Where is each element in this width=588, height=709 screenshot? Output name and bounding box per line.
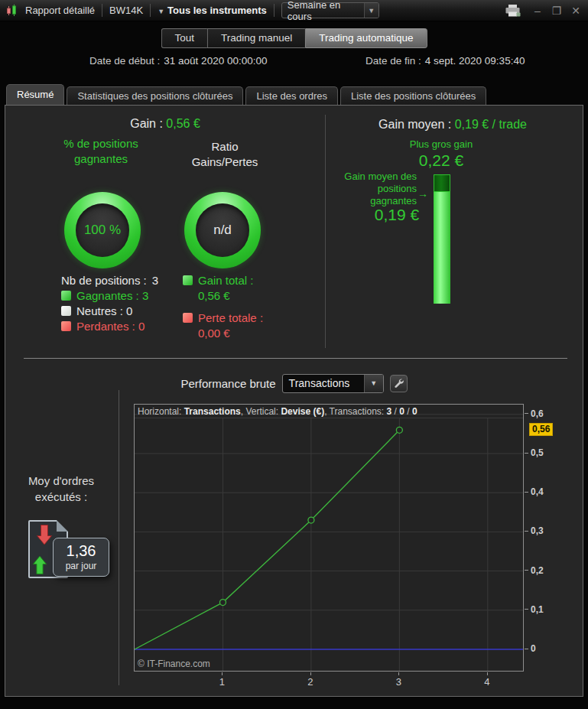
red-swatch-icon: [61, 321, 71, 331]
avg-gain-value: 0,19 € / trade: [455, 118, 527, 131]
x-tick-mark: [487, 672, 488, 675]
report-window: Rapport détaillé BW14K ▼Tous les instrum…: [0, 0, 588, 709]
window-title: Rapport détaillé: [25, 5, 95, 16]
period-select-value: Semaine en cours: [288, 0, 364, 22]
instrument-code: BW14K: [109, 5, 143, 16]
date-end-label: Date de fin :: [365, 55, 421, 67]
tab-resume[interactable]: Résumé: [6, 84, 64, 105]
y-tick-label: 0: [525, 643, 536, 654]
performance-chart-plot: [135, 405, 523, 671]
date-end-value: 4 sept. 2020 09:35:40: [425, 55, 525, 67]
filter-button-tout[interactable]: Tout: [161, 28, 207, 48]
chevron-down-icon: ▼: [158, 8, 164, 15]
tab-liste-des-ordres[interactable]: Liste des ordres: [245, 86, 338, 105]
page-fold-icon: [57, 520, 68, 532]
performance-header: Performance brute Transactions ▼: [5, 373, 583, 393]
minimize-button[interactable]: –: [531, 0, 544, 21]
neutral-positions-row: Neutres : 0: [61, 303, 158, 318]
chart-header: Horizontal: Transactions, Vertical: Devi…: [135, 405, 523, 418]
title-bar: Rapport détaillé BW14K ▼Tous les instrum…: [0, 0, 588, 21]
gain-value: 0,56 €: [166, 117, 200, 130]
red-down-arrow-icon: [35, 524, 54, 545]
x-tick-mark: [222, 672, 223, 675]
date-start-value: 31 août 2020 00:00:00: [164, 55, 267, 67]
titlebar-divider: [102, 4, 102, 17]
positions-stats: Nb de positions : 3 Gagnantes : 3 Neutre…: [61, 272, 158, 333]
y-tick-label: 0,5: [525, 447, 544, 458]
x-tick-label: 3: [396, 676, 401, 688]
biggest-gain-value: 0,22 €: [365, 151, 518, 170]
x-tick-label: 2: [307, 676, 313, 688]
winning-positions-row: Gagnantes : 3: [61, 288, 158, 303]
orders-avg-value: 1,36: [55, 542, 107, 560]
y-tick-label: 0,4: [525, 486, 544, 497]
avg-gain-label: Gain moyen :: [378, 118, 451, 131]
horizontal-divider: [24, 358, 567, 359]
equity-line: [135, 430, 399, 649]
date-start-label: Date de début :: [89, 55, 160, 67]
period-select[interactable]: Semaine en cours ▼: [281, 2, 379, 18]
green-swatch-icon: [183, 275, 193, 285]
total-loss-row: Perte totale : 0,00 €: [183, 311, 290, 341]
performance-title: Performance brute: [180, 377, 275, 390]
date-start: Date de début :31 août 2020 00:00:00: [89, 55, 267, 67]
biggest-gain-label: Plus gros gain: [365, 138, 518, 150]
x-tick-label: 1: [219, 676, 225, 688]
avg-gain-heading: Gain moyen : 0,19 € / trade: [326, 118, 579, 132]
losing-positions-row: Perdantes : 0: [61, 318, 158, 333]
positions-count-value: 3: [152, 274, 158, 287]
report-tabs: Résumé Statistiques des positions clôtur…: [6, 84, 486, 105]
gain-label: Gain :: [130, 117, 163, 130]
gain-heading: Gain : 0,56 €: [5, 117, 325, 131]
gain-loss-ratio-gauge: n/d: [184, 192, 261, 268]
chart-x-axis: 1234: [134, 672, 524, 689]
data-point: [219, 600, 226, 606]
data-point: [396, 427, 402, 433]
candlestick-app-icon: [6, 4, 18, 17]
chart-mode-select[interactable]: Transactions ▼: [282, 374, 384, 393]
summary-panel: Gain : 0,56 € % de positions gagnantes R…: [5, 105, 583, 697]
orders-avg-badge: 1,36 par jour: [53, 538, 109, 577]
win-percent-label: % de positions gagnantes: [59, 136, 143, 167]
filter-button-trading-manuel[interactable]: Trading manuel: [207, 28, 305, 48]
win-percent-value: 100 %: [84, 223, 121, 238]
x-tick-mark: [310, 672, 311, 675]
x-tick-mark: [398, 672, 399, 675]
gauge-value-segment: [434, 192, 450, 304]
data-point: [308, 517, 314, 523]
orders-avg-unit: par jour: [55, 561, 107, 571]
win-percent-gauge: 100 %: [64, 192, 141, 268]
watermark: © IT-Finance.com: [138, 659, 210, 669]
white-swatch-icon: [61, 306, 71, 316]
titlebar-divider: [274, 4, 275, 17]
y-tick-label: 0,6: [525, 408, 544, 419]
close-button[interactable]: ✕: [570, 0, 582, 21]
total-gain-row: Gain total : 0,56 €: [183, 273, 290, 304]
totals-stats: Gain total : 0,56 € Perte totale : 0,00 …: [183, 273, 290, 348]
green-swatch-icon: [61, 291, 71, 301]
chevron-down-icon[interactable]: ▼: [364, 3, 378, 18]
avg-winning-gain-value: 0,19 €: [359, 206, 435, 224]
wrench-icon: [393, 378, 404, 389]
performance-chart: Horizontal: Transactions, Vertical: Devi…: [134, 404, 524, 672]
y-tick-label: 0,3: [525, 525, 544, 536]
ratio-label: Ratio Gains/Pertes: [180, 139, 270, 170]
chevron-down-icon[interactable]: ▼: [364, 375, 383, 392]
filter-button-trading-automatique[interactable]: Trading automatique: [305, 28, 427, 48]
x-tick-label: 4: [484, 676, 489, 688]
current-value-badge: 0,56: [529, 423, 553, 436]
tab-statistiques-positions-cloturees[interactable]: Statistiques des positions clôturées: [67, 86, 243, 105]
printer-icon[interactable]: [505, 4, 521, 18]
positions-count-label: Nb de positions :: [61, 274, 147, 287]
chart-settings-button[interactable]: [390, 375, 408, 392]
red-swatch-icon: [183, 313, 193, 323]
orders-avg-label: Moy d'ordres exécutés :: [23, 473, 99, 505]
vertical-divider: [119, 390, 119, 685]
tab-liste-positions-cloturees[interactable]: Liste des positions clôturées: [340, 86, 486, 105]
ratio-value: n/d: [213, 223, 232, 238]
titlebar-divider: [150, 4, 151, 17]
instruments-menu[interactable]: ▼Tous les instruments: [158, 5, 267, 16]
y-tick-label: 0,1: [525, 604, 544, 615]
date-end: Date de fin :4 sept. 2020 09:35:40: [365, 55, 525, 67]
maximize-button[interactable]: ❐: [551, 0, 563, 21]
